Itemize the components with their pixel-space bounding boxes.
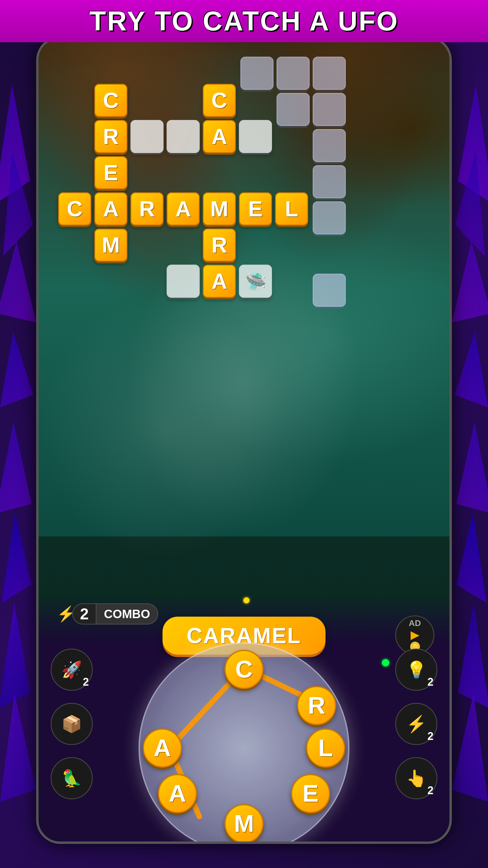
node-E[interactable]: E <box>291 774 330 813</box>
tile-top-r1 <box>276 57 310 90</box>
tile-C-caramel: C <box>58 192 91 225</box>
combo-badge: ⚡ 2 COMBO <box>57 603 158 624</box>
tile-ufo: 🛸 <box>239 265 272 298</box>
powerup-bulb[interactable]: 💡 2 <box>395 649 437 691</box>
powerup-chest[interactable]: 📦 <box>51 703 93 745</box>
lightning-powerup-icon: ⚡ <box>406 714 427 734</box>
tile-empty-1 <box>130 120 164 153</box>
right-powerups: 💡 2 ⚡ 2 👆 2 <box>395 649 437 799</box>
node-C[interactable]: C <box>224 650 264 689</box>
tile-C-cream: C <box>94 84 127 117</box>
finger-count: 2 <box>427 784 433 797</box>
tile-M-shared: M <box>203 192 236 225</box>
banner-text: TRY TO CATCH A UFO <box>90 6 399 37</box>
node-A-bottom[interactable]: A <box>158 774 197 813</box>
letter-circle[interactable]: C R L E M A A <box>138 643 350 841</box>
tile-right-5 <box>313 201 346 235</box>
tile-top-r2 <box>276 93 310 126</box>
tile-E-caramel: E <box>239 192 272 225</box>
powerup-finger[interactable]: 👆 2 <box>395 757 437 799</box>
left-powerups: 🚀 2 📦 🦜 <box>51 649 93 799</box>
tile-R-cream: R <box>94 120 127 153</box>
tile-L-caramel: L <box>275 192 308 225</box>
tile-empty-4 <box>167 265 200 298</box>
lightning-icon: ⚡ <box>57 605 75 623</box>
rocket-icon: 🚀 <box>61 660 82 680</box>
tile-M-cream: M <box>94 228 127 261</box>
left-leaves <box>0 60 39 868</box>
tile-right-2 <box>313 93 346 126</box>
game-background: C R E M C A R A M E L C <box>38 38 450 841</box>
tile-empty-3 <box>239 120 272 153</box>
node-M[interactable]: M <box>224 804 264 841</box>
green-dot <box>382 659 389 666</box>
tile-empty-2 <box>167 120 200 153</box>
rocket-count: 2 <box>83 676 89 688</box>
tile-A-caramel: A <box>167 192 200 225</box>
powerup-lightning[interactable]: ⚡ 2 <box>395 703 437 745</box>
powerup-parrot[interactable]: 🦜 <box>51 757 93 799</box>
tile-right-4 <box>313 165 346 198</box>
tile-right-3 <box>313 129 346 162</box>
finger-icon: 👆 <box>406 769 427 788</box>
crossword-grid: C R E M C A R A M E L C <box>51 57 437 334</box>
right-leaves <box>449 60 488 868</box>
tile-R-camera: R <box>203 228 236 261</box>
powerup-rocket[interactable]: 🚀 2 <box>51 649 93 691</box>
tile-right-6 <box>313 274 346 307</box>
tile-A-shared: A <box>94 192 127 225</box>
lightning-count: 2 <box>427 730 433 743</box>
yellow-dot <box>243 597 250 603</box>
tile-C-camera: C <box>203 84 236 117</box>
ad-label: AD <box>409 618 421 628</box>
node-L[interactable]: L <box>306 728 345 768</box>
tile-A-camera2: A <box>203 265 236 298</box>
parrot-icon: 🦜 <box>61 769 82 788</box>
chest-icon: 📦 <box>61 714 82 734</box>
bottom-ui: ⚡ 2 COMBO CARAMEL AD ▶ 🪙 <box>38 594 450 841</box>
combo-label: COMBO <box>96 603 158 624</box>
bulb-icon: 💡 <box>406 660 427 680</box>
tile-top-c6 <box>240 57 273 90</box>
phone-frame: C R E M C A R A M E L C <box>36 36 452 844</box>
node-A-left[interactable]: A <box>143 728 182 768</box>
tile-right-1 <box>313 57 346 90</box>
bulb-count: 2 <box>427 676 433 688</box>
ad-icon: ▶ <box>411 628 419 641</box>
tile-A-camera: A <box>203 120 236 153</box>
node-R[interactable]: R <box>297 686 336 725</box>
tile-R-caramel: R <box>130 192 164 225</box>
top-banner: TRY TO CATCH A UFO <box>0 0 488 42</box>
tile-E-cream: E <box>94 156 127 189</box>
combo-number: 2 <box>72 603 96 624</box>
